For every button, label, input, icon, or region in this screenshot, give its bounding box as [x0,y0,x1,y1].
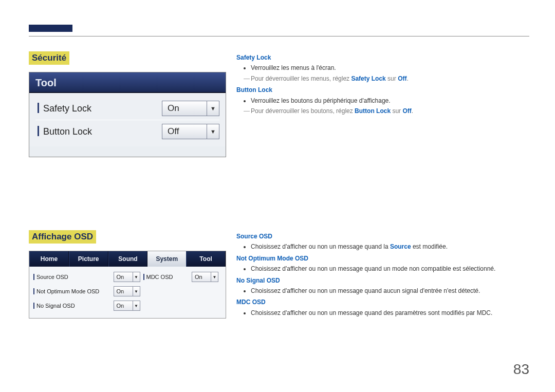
osd-row-not-optimum: Not Optimum Mode OSD On ▼ [33,284,143,298]
osd-tabbar: Home Picture Sound System Tool [29,251,226,267]
desc-bullet: Choisissez d'afficher ou non un message … [251,264,524,274]
desc-bullet: Choisissez d'afficher ou non un message … [251,308,524,318]
desc-bullet: Verrouillez les boutons du périphérique … [251,96,524,106]
tab-sound[interactable]: Sound [108,251,148,267]
desc-title-safety-lock: Safety Lock [236,52,524,63]
section-heading-osd: Affichage OSD [29,230,96,244]
tool-row-safety-lock: Safety Lock On ▼ [35,97,219,120]
chevron-down-icon: ▼ [133,287,140,296]
desc-title-not-optimum-osd: Not Optimum Mode OSD [236,253,524,264]
label-not-optimum-osd: Not Optimum Mode OSD [33,288,114,294]
desc-bullet: Choisissez d'afficher ou non un message … [251,286,524,296]
screenshot-tool-menu: Tool Safety Lock On ▼ Button Lock Off ▼ [29,72,226,157]
osd-row-mdc: MDC OSD On ▼ [143,270,222,284]
chevron-down-icon: ▼ [207,101,219,116]
dropdown-source-osd[interactable]: On ▼ [114,272,140,282]
label-button-lock: Button Lock [35,126,162,137]
dropdown-safety-lock[interactable]: On ▼ [162,101,219,116]
tab-system[interactable]: System [147,251,186,267]
dropdown-mdc-osd[interactable]: On ▼ [192,272,218,282]
tool-menu-title: Tool [29,72,226,93]
desc-title-mdc-osd: MDC OSD [236,297,524,307]
label-no-signal-osd: No Signal OSD [33,303,114,309]
label-source-osd: Source OSD [33,274,114,280]
tab-home[interactable]: Home [29,251,69,267]
dropdown-value: On [192,274,211,280]
osd-row-no-signal: No Signal OSD On ▼ [33,298,143,313]
chevron-down-icon: ▼ [207,124,219,139]
dropdown-value: On [114,288,133,294]
desc-note: Pour déverrouiller les menus, réglez Saf… [236,73,524,84]
page-number: 83 [513,361,529,378]
dropdown-value: Off [162,126,207,137]
desc-bullet: Verrouillez les menus à l'écran. [251,63,524,73]
desc-note: Pour déverrouiller les boutons, réglez B… [236,106,524,116]
desc-title-button-lock: Button Lock [236,85,524,95]
chapter-marker [29,25,72,32]
dropdown-value: On [162,103,207,114]
header-rule [29,36,529,36]
dropdown-value: On [114,303,133,309]
tab-picture[interactable]: Picture [69,251,108,267]
desc-title-source-osd: Source OSD [236,231,524,241]
osd-row-source: Source OSD On ▼ [33,270,143,284]
dropdown-not-optimum-osd[interactable]: On ▼ [114,286,140,296]
dropdown-button-lock[interactable]: Off ▼ [162,124,219,139]
tab-tool[interactable]: Tool [186,251,226,267]
section-heading-security: Sécurité [29,51,69,65]
chevron-down-icon: ▼ [133,272,140,282]
chevron-down-icon: ▼ [133,301,140,310]
desc-title-no-signal-osd: No Signal OSD [236,275,524,286]
label-mdc-osd: MDC OSD [143,274,192,280]
dropdown-no-signal-osd[interactable]: On ▼ [114,301,140,311]
label-safety-lock: Safety Lock [35,103,162,114]
screenshot-osd-menu: Home Picture Sound System Tool Source OS… [29,251,226,319]
desc-bullet: Choisissez d'afficher ou non un message … [251,241,524,252]
chevron-down-icon: ▼ [211,272,218,282]
dropdown-value: On [114,274,133,280]
tool-row-button-lock: Button Lock Off ▼ [35,120,219,142]
